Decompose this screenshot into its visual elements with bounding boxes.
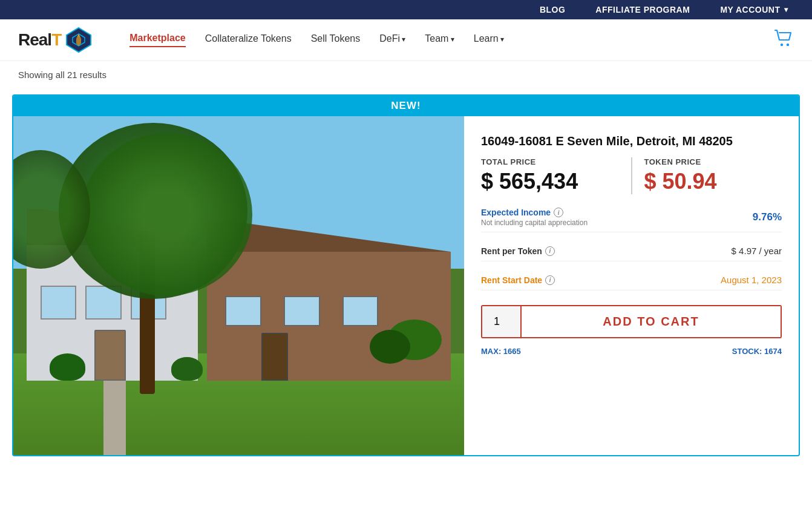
nav-learn[interactable]: Learn (474, 33, 504, 47)
stock-label: STOCK: 1674 (732, 347, 782, 356)
results-text: Showing all 21 results (18, 70, 106, 80)
nav-sell-tokens[interactable]: Sell Tokens (311, 33, 361, 47)
max-label: MAX: 1665 (481, 347, 521, 356)
rent-start-date-row: Rent Start Date i August 1, 2023 (481, 270, 782, 290)
total-price-label: TOTAL PRICE (481, 157, 536, 166)
logo-text-real: Real (18, 30, 51, 50)
rent-start-date-label: Rent Start Date i (481, 275, 555, 285)
rent-per-token-row: Rent per Token i $ 4.97 / year (481, 241, 782, 261)
expected-income-row: Expected Income i Not including capital … (481, 203, 782, 232)
affiliate-link[interactable]: AFFILIATE PROGRAM (595, 5, 690, 15)
svg-point-3 (781, 43, 783, 45)
rent-per-token-value: $ 4.97 / year (732, 246, 782, 256)
results-bar: Showing all 21 results (0, 61, 812, 88)
property-address: 16049-16081 E Seven Mile, Detroit, MI 48… (481, 133, 782, 149)
nav-marketplace[interactable]: Marketplace (129, 33, 186, 47)
product-card-body: 16049-16081 E Seven Mile, Detroit, MI 48… (13, 116, 799, 455)
total-price-value: $ 565,434 (481, 169, 578, 194)
rent-per-token-label: Rent per Token i (481, 246, 555, 256)
rent-per-token-info-icon: i (545, 246, 555, 256)
token-price-value: $ 50.94 (644, 169, 717, 194)
product-card: NEW! (12, 94, 800, 456)
expected-income-label: Expected Income i (481, 208, 588, 217)
product-info: 16049-16081 E Seven Mile, Detroit, MI 48… (464, 116, 799, 455)
qty-input[interactable] (482, 306, 522, 337)
cart-icon[interactable] (773, 28, 794, 53)
expected-income-sub: Not including capital appreciation (481, 218, 588, 227)
nav-links: Marketplace Collateralize Tokens Sell To… (129, 33, 773, 47)
nav-team[interactable]: Team (425, 33, 454, 47)
logo-text-t: T (51, 30, 62, 50)
price-row: TOTAL PRICE $ 565,434 TOKEN PRICE $ 50.9… (481, 157, 782, 194)
expected-income-left: Expected Income i Not including capital … (481, 208, 588, 227)
rent-start-date-info-icon: i (545, 275, 555, 285)
blog-link[interactable]: BLOG (540, 5, 565, 15)
stock-row: MAX: 1665 STOCK: 1674 (481, 347, 782, 356)
rent-start-date-value: August 1, 2023 (721, 275, 782, 285)
top-bar: BLOG AFFILIATE PROGRAM MY ACCOUNT (0, 0, 812, 19)
token-price-label: TOKEN PRICE (644, 157, 701, 166)
expected-income-info-icon: i (554, 208, 563, 217)
svg-point-4 (787, 43, 789, 45)
new-banner: NEW! (13, 96, 799, 116)
my-account-link[interactable]: MY ACCOUNT (720, 5, 788, 15)
add-to-cart-row: ADD TO CART (481, 305, 782, 338)
token-price-block: TOKEN PRICE $ 50.94 (631, 157, 782, 194)
navbar: RealT Marketplace Collateralize Tokens S… (0, 19, 812, 61)
nav-defi[interactable]: DeFi (379, 33, 405, 47)
expected-income-value: 9.76% (753, 211, 782, 223)
property-image (13, 116, 464, 455)
logo[interactable]: RealT (18, 25, 93, 54)
nav-collateralize[interactable]: Collateralize Tokens (205, 33, 292, 47)
total-price-block: TOTAL PRICE $ 565,434 (481, 157, 631, 194)
logo-icon (64, 25, 93, 54)
add-to-cart-button[interactable]: ADD TO CART (522, 306, 781, 337)
